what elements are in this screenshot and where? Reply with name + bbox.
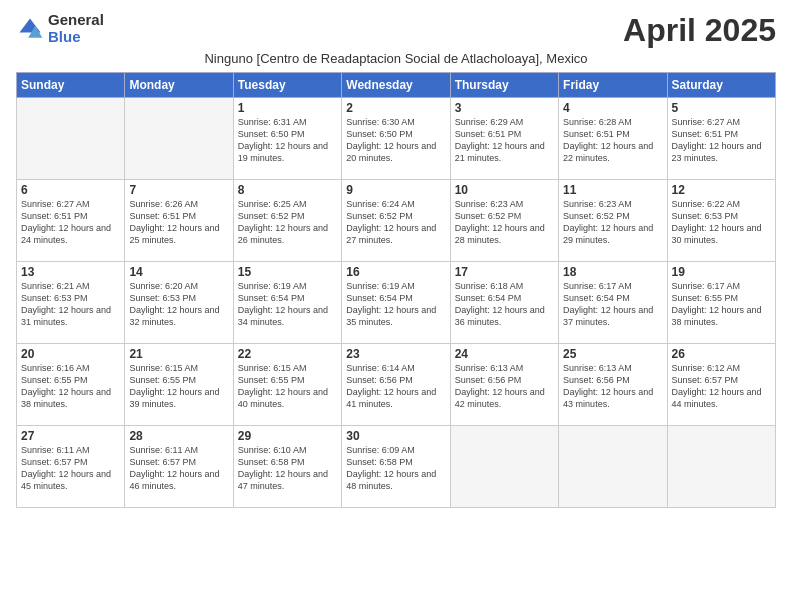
day-info: Sunrise: 6:14 AM Sunset: 6:56 PM Dayligh… — [346, 362, 445, 411]
day-number: 15 — [238, 265, 337, 279]
day-number: 19 — [672, 265, 771, 279]
calendar-cell: 25Sunrise: 6:13 AM Sunset: 6:56 PM Dayli… — [559, 344, 667, 426]
calendar-cell: 13Sunrise: 6:21 AM Sunset: 6:53 PM Dayli… — [17, 262, 125, 344]
calendar-header-row: Sunday Monday Tuesday Wednesday Thursday… — [17, 73, 776, 98]
calendar-cell: 6Sunrise: 6:27 AM Sunset: 6:51 PM Daylig… — [17, 180, 125, 262]
calendar-cell: 14Sunrise: 6:20 AM Sunset: 6:53 PM Dayli… — [125, 262, 233, 344]
day-number: 30 — [346, 429, 445, 443]
day-number: 29 — [238, 429, 337, 443]
day-number: 27 — [21, 429, 120, 443]
logo-text: General Blue — [48, 12, 104, 45]
day-info: Sunrise: 6:28 AM Sunset: 6:51 PM Dayligh… — [563, 116, 662, 165]
calendar-cell: 10Sunrise: 6:23 AM Sunset: 6:52 PM Dayli… — [450, 180, 558, 262]
day-info: Sunrise: 6:10 AM Sunset: 6:58 PM Dayligh… — [238, 444, 337, 493]
calendar-cell: 5Sunrise: 6:27 AM Sunset: 6:51 PM Daylig… — [667, 98, 775, 180]
day-info: Sunrise: 6:24 AM Sunset: 6:52 PM Dayligh… — [346, 198, 445, 247]
day-info: Sunrise: 6:18 AM Sunset: 6:54 PM Dayligh… — [455, 280, 554, 329]
header-saturday: Saturday — [667, 73, 775, 98]
calendar-cell: 3Sunrise: 6:29 AM Sunset: 6:51 PM Daylig… — [450, 98, 558, 180]
calendar-cell: 9Sunrise: 6:24 AM Sunset: 6:52 PM Daylig… — [342, 180, 450, 262]
day-number: 11 — [563, 183, 662, 197]
day-number: 7 — [129, 183, 228, 197]
header-tuesday: Tuesday — [233, 73, 341, 98]
day-number: 8 — [238, 183, 337, 197]
calendar-cell: 11Sunrise: 6:23 AM Sunset: 6:52 PM Dayli… — [559, 180, 667, 262]
day-number: 4 — [563, 101, 662, 115]
calendar-cell — [450, 426, 558, 508]
day-number: 26 — [672, 347, 771, 361]
day-number: 21 — [129, 347, 228, 361]
day-number: 17 — [455, 265, 554, 279]
calendar-cell: 27Sunrise: 6:11 AM Sunset: 6:57 PM Dayli… — [17, 426, 125, 508]
day-info: Sunrise: 6:11 AM Sunset: 6:57 PM Dayligh… — [129, 444, 228, 493]
page: General Blue April 2025 Ninguno [Centro … — [0, 0, 792, 612]
day-info: Sunrise: 6:21 AM Sunset: 6:53 PM Dayligh… — [21, 280, 120, 329]
day-number: 18 — [563, 265, 662, 279]
header-wednesday: Wednesday — [342, 73, 450, 98]
calendar-week-row: 1Sunrise: 6:31 AM Sunset: 6:50 PM Daylig… — [17, 98, 776, 180]
day-number: 9 — [346, 183, 445, 197]
day-number: 24 — [455, 347, 554, 361]
calendar-cell: 2Sunrise: 6:30 AM Sunset: 6:50 PM Daylig… — [342, 98, 450, 180]
day-info: Sunrise: 6:23 AM Sunset: 6:52 PM Dayligh… — [563, 198, 662, 247]
day-info: Sunrise: 6:31 AM Sunset: 6:50 PM Dayligh… — [238, 116, 337, 165]
logo-icon — [16, 15, 44, 43]
calendar-cell: 24Sunrise: 6:13 AM Sunset: 6:56 PM Dayli… — [450, 344, 558, 426]
calendar-table: Sunday Monday Tuesday Wednesday Thursday… — [16, 72, 776, 508]
day-info: Sunrise: 6:09 AM Sunset: 6:58 PM Dayligh… — [346, 444, 445, 493]
day-info: Sunrise: 6:17 AM Sunset: 6:55 PM Dayligh… — [672, 280, 771, 329]
calendar-week-row: 27Sunrise: 6:11 AM Sunset: 6:57 PM Dayli… — [17, 426, 776, 508]
calendar-cell — [559, 426, 667, 508]
day-number: 22 — [238, 347, 337, 361]
day-number: 2 — [346, 101, 445, 115]
day-info: Sunrise: 6:20 AM Sunset: 6:53 PM Dayligh… — [129, 280, 228, 329]
calendar-cell: 12Sunrise: 6:22 AM Sunset: 6:53 PM Dayli… — [667, 180, 775, 262]
day-number: 10 — [455, 183, 554, 197]
header-sunday: Sunday — [17, 73, 125, 98]
header-monday: Monday — [125, 73, 233, 98]
day-info: Sunrise: 6:15 AM Sunset: 6:55 PM Dayligh… — [129, 362, 228, 411]
month-title: April 2025 — [623, 12, 776, 49]
day-number: 16 — [346, 265, 445, 279]
logo-blue-label: Blue — [48, 29, 104, 46]
day-number: 5 — [672, 101, 771, 115]
calendar-cell: 30Sunrise: 6:09 AM Sunset: 6:58 PM Dayli… — [342, 426, 450, 508]
day-info: Sunrise: 6:12 AM Sunset: 6:57 PM Dayligh… — [672, 362, 771, 411]
calendar-cell: 23Sunrise: 6:14 AM Sunset: 6:56 PM Dayli… — [342, 344, 450, 426]
calendar-cell: 15Sunrise: 6:19 AM Sunset: 6:54 PM Dayli… — [233, 262, 341, 344]
calendar-cell: 21Sunrise: 6:15 AM Sunset: 6:55 PM Dayli… — [125, 344, 233, 426]
header-thursday: Thursday — [450, 73, 558, 98]
logo-general-label: General — [48, 12, 104, 29]
day-number: 28 — [129, 429, 228, 443]
day-number: 6 — [21, 183, 120, 197]
day-number: 1 — [238, 101, 337, 115]
day-number: 20 — [21, 347, 120, 361]
calendar-week-row: 6Sunrise: 6:27 AM Sunset: 6:51 PM Daylig… — [17, 180, 776, 262]
calendar-cell — [667, 426, 775, 508]
day-info: Sunrise: 6:13 AM Sunset: 6:56 PM Dayligh… — [455, 362, 554, 411]
day-info: Sunrise: 6:19 AM Sunset: 6:54 PM Dayligh… — [238, 280, 337, 329]
header-row: General Blue April 2025 — [16, 12, 776, 49]
calendar-cell: 20Sunrise: 6:16 AM Sunset: 6:55 PM Dayli… — [17, 344, 125, 426]
calendar-cell — [125, 98, 233, 180]
subtitle: Ninguno [Centro de Readaptacion Social d… — [16, 51, 776, 66]
calendar-cell: 28Sunrise: 6:11 AM Sunset: 6:57 PM Dayli… — [125, 426, 233, 508]
day-number: 12 — [672, 183, 771, 197]
day-number: 14 — [129, 265, 228, 279]
calendar-week-row: 13Sunrise: 6:21 AM Sunset: 6:53 PM Dayli… — [17, 262, 776, 344]
calendar-cell: 7Sunrise: 6:26 AM Sunset: 6:51 PM Daylig… — [125, 180, 233, 262]
day-info: Sunrise: 6:19 AM Sunset: 6:54 PM Dayligh… — [346, 280, 445, 329]
calendar-cell: 29Sunrise: 6:10 AM Sunset: 6:58 PM Dayli… — [233, 426, 341, 508]
day-number: 13 — [21, 265, 120, 279]
calendar-cell: 19Sunrise: 6:17 AM Sunset: 6:55 PM Dayli… — [667, 262, 775, 344]
day-number: 3 — [455, 101, 554, 115]
day-number: 23 — [346, 347, 445, 361]
calendar-cell: 8Sunrise: 6:25 AM Sunset: 6:52 PM Daylig… — [233, 180, 341, 262]
day-info: Sunrise: 6:16 AM Sunset: 6:55 PM Dayligh… — [21, 362, 120, 411]
calendar-cell: 1Sunrise: 6:31 AM Sunset: 6:50 PM Daylig… — [233, 98, 341, 180]
calendar-cell: 16Sunrise: 6:19 AM Sunset: 6:54 PM Dayli… — [342, 262, 450, 344]
day-info: Sunrise: 6:13 AM Sunset: 6:56 PM Dayligh… — [563, 362, 662, 411]
calendar-cell: 4Sunrise: 6:28 AM Sunset: 6:51 PM Daylig… — [559, 98, 667, 180]
day-info: Sunrise: 6:23 AM Sunset: 6:52 PM Dayligh… — [455, 198, 554, 247]
calendar-week-row: 20Sunrise: 6:16 AM Sunset: 6:55 PM Dayli… — [17, 344, 776, 426]
